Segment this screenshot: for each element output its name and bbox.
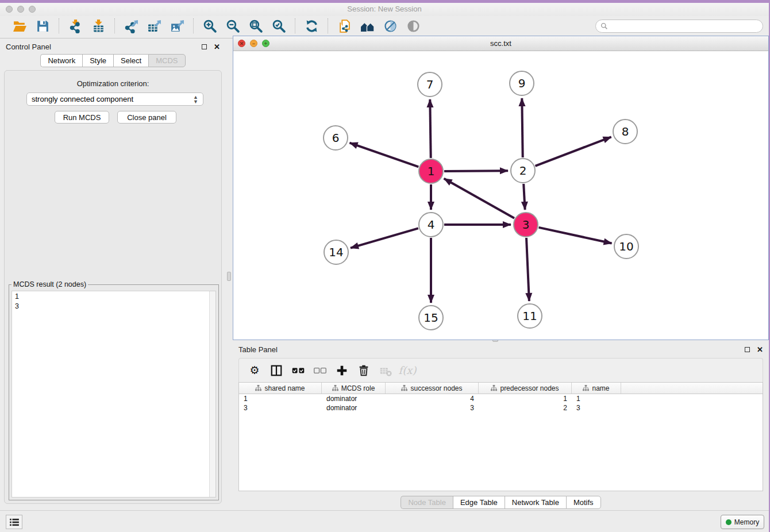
add-row-icon[interactable] [332, 362, 352, 379]
column-layout-icon[interactable] [267, 362, 286, 379]
zoom-selected-icon[interactable] [270, 18, 287, 34]
edge-3-11[interactable] [526, 238, 529, 301]
export-network-icon[interactable] [122, 18, 140, 34]
zoom-fit-icon[interactable] [247, 18, 264, 34]
graph-node-11[interactable]: 11 [517, 303, 542, 329]
first-neighbors-icon[interactable] [359, 18, 376, 34]
select-arrows-icon: ▲▼ [193, 95, 198, 104]
deselect-all-icon[interactable] [310, 362, 330, 379]
table-row: 3dominator323 [239, 403, 763, 413]
cell-MCDS-role[interactable]: dominator [322, 395, 386, 403]
graph-node-8[interactable]: 8 [613, 119, 638, 144]
column-header-successor-nodes[interactable]: successor nodes [386, 383, 479, 394]
zoom-in-icon[interactable] [201, 18, 218, 34]
graph-node-10[interactable]: 10 [614, 234, 639, 259]
tab-node-table[interactable]: Node Table [401, 496, 453, 509]
table-panel: Table Panel ✕ ⚙ f(x) shared nameMCDS rol… [233, 342, 769, 510]
network-view-titlebar: ✕ − + scc.txt [233, 36, 768, 51]
graph-node-9[interactable]: 9 [509, 71, 534, 96]
save-session-icon[interactable] [34, 18, 51, 34]
tab-motifs[interactable]: Motifs [566, 496, 601, 509]
network-canvas[interactable]: 1234678910111415 [233, 51, 768, 340]
column-header-predecessor-nodes[interactable]: predecessor nodes [479, 383, 572, 394]
graph-node-3[interactable]: 3 [513, 212, 538, 237]
vertical-splitter-grip[interactable] [227, 272, 231, 281]
edge-1-2[interactable] [444, 171, 508, 171]
node-table: shared nameMCDS rolesuccessor nodesprede… [238, 382, 763, 491]
float-panel-icon[interactable] [202, 44, 207, 49]
toolbar-separator [193, 18, 194, 33]
column-type-icon [255, 385, 261, 391]
edge-2-9[interactable] [522, 98, 522, 157]
graph-node-6[interactable]: 6 [323, 125, 348, 151]
import-table-icon[interactable] [90, 18, 107, 34]
cell-name[interactable]: 3 [572, 404, 621, 412]
criterion-select[interactable]: strongly connected component ▲▼ [26, 92, 203, 106]
tab-network-table[interactable]: Network Table [505, 496, 566, 509]
import-network-icon[interactable] [67, 18, 84, 34]
search-input[interactable] [611, 22, 758, 30]
show-all-icon[interactable] [405, 18, 422, 34]
close-table-panel-icon[interactable]: ✕ [757, 345, 763, 354]
edge-2-3[interactable] [523, 184, 525, 210]
settings-gear-icon[interactable]: ⚙ [245, 362, 264, 379]
criterion-value: strongly connected component [32, 95, 193, 103]
close-panel-button[interactable]: Close panel [117, 111, 176, 124]
cell-successor-nodes[interactable]: 3 [386, 404, 479, 412]
column-header-MCDS-role[interactable]: MCDS role [322, 383, 386, 394]
control-panel: Control Panel ✕ NetworkStyleSelectMCDS O… [0, 39, 226, 508]
edge-3-1[interactable] [444, 179, 514, 218]
graph-node-7[interactable]: 7 [417, 72, 442, 97]
hide-selected-icon[interactable] [382, 18, 399, 34]
node-table-header: shared nameMCDS rolesuccessor nodesprede… [239, 383, 763, 394]
control-panel-tabs: NetworkStyleSelectMCDS [0, 54, 226, 67]
result-line: 3 [12, 301, 215, 311]
search-icon [600, 22, 608, 30]
refresh-icon[interactable] [303, 18, 320, 34]
tab-mcds[interactable]: MCDS [148, 54, 185, 67]
open-session-icon[interactable] [11, 18, 28, 34]
cell-shared-name[interactable]: 1 [239, 395, 322, 403]
optimization-criterion-label: Optimization criterion: [5, 79, 221, 88]
duplicate-network-icon[interactable] [336, 18, 353, 34]
column-header-name[interactable]: name [572, 383, 621, 394]
export-image-icon[interactable] [168, 18, 186, 34]
graph-node-14[interactable]: 14 [324, 240, 349, 265]
graph-node-2[interactable]: 2 [510, 158, 536, 183]
zoom-out-icon[interactable] [224, 18, 241, 34]
select-all-icon[interactable] [288, 362, 308, 379]
cell-name[interactable]: 1 [572, 395, 621, 403]
task-history-button[interactable] [6, 515, 22, 529]
edge-2-8[interactable] [536, 137, 611, 165]
tab-edge-table[interactable]: Edge Table [453, 496, 505, 509]
export-table-icon[interactable] [145, 18, 163, 34]
cell-MCDS-role[interactable]: dominator [322, 404, 386, 412]
close-panel-icon[interactable]: ✕ [214, 43, 220, 51]
cell-shared-name[interactable]: 3 [239, 404, 322, 412]
mcds-result-textarea[interactable]: 13 [11, 291, 216, 498]
run-mcds-button[interactable]: Run MCDS [55, 111, 109, 124]
edge-1-6[interactable] [350, 143, 419, 167]
graph-node-15[interactable]: 15 [418, 305, 444, 330]
column-header-shared-name[interactable]: shared name [239, 383, 322, 394]
status-bar: Memory [0, 510, 769, 532]
graph-node-4[interactable]: 4 [418, 212, 444, 237]
search-field[interactable] [595, 20, 763, 33]
edge-1-7[interactable] [430, 99, 430, 158]
edge-3-10[interactable] [539, 228, 612, 244]
cell-predecessor-nodes[interactable]: 2 [479, 404, 572, 412]
cell-successor-nodes[interactable]: 4 [386, 395, 479, 403]
tab-network[interactable]: Network [40, 54, 82, 67]
edge-4-14[interactable] [351, 228, 418, 248]
memory-button[interactable]: Memory [721, 515, 764, 529]
column-type-icon [583, 385, 589, 391]
tab-style[interactable]: Style [82, 54, 113, 67]
cell-predecessor-nodes[interactable]: 1 [479, 395, 572, 403]
float-table-panel-icon[interactable] [745, 347, 750, 352]
graph-node-1[interactable]: 1 [418, 159, 444, 184]
tab-select[interactable]: Select [113, 54, 148, 67]
result-scrollbar[interactable] [209, 291, 215, 497]
toolbar-separator [295, 18, 295, 33]
delete-row-icon[interactable] [354, 362, 374, 379]
toolbar-separator [328, 18, 328, 33]
